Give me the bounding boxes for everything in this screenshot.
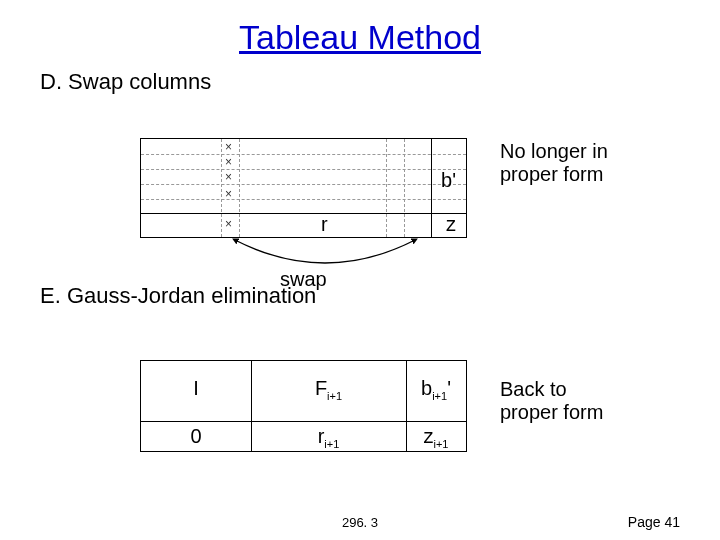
tableau-x-marker: × bbox=[225, 170, 232, 184]
cell-r: ri+1 bbox=[251, 425, 406, 450]
b-prime-label: b' bbox=[441, 169, 456, 192]
cell-zero: 0 bbox=[141, 425, 251, 448]
tableau-before-swap: × × × × × b' r z bbox=[140, 138, 467, 238]
note-no-longer-proper: No longer in proper form bbox=[500, 140, 608, 186]
cell-b: bi+1' bbox=[406, 377, 466, 402]
footer-course-number: 296. 3 bbox=[0, 515, 720, 530]
cell-I: I bbox=[141, 377, 251, 400]
tableau-x-marker: × bbox=[225, 187, 232, 201]
note-back-to-proper: Back to proper form bbox=[500, 378, 603, 424]
tableau-x-marker: × bbox=[225, 217, 232, 231]
cell-F: Fi+1 bbox=[251, 377, 406, 402]
footer-page-number: Page 41 bbox=[628, 514, 680, 530]
section-d-label: D. Swap columns bbox=[40, 69, 720, 95]
section-e-label: E. Gauss-Jordan elimination bbox=[40, 283, 720, 309]
page-title: Tableau Method bbox=[0, 0, 720, 57]
cell-zbot: zi+1 bbox=[406, 425, 466, 450]
z-label: z bbox=[446, 213, 456, 236]
r-label: r bbox=[321, 213, 328, 236]
tableau-x-marker: × bbox=[225, 155, 232, 169]
swap-label: swap bbox=[280, 268, 327, 291]
tableau-x-marker: × bbox=[225, 140, 232, 154]
tableau-after-elimination: I Fi+1 bi+1' 0 ri+1 zi+1 bbox=[140, 360, 467, 452]
